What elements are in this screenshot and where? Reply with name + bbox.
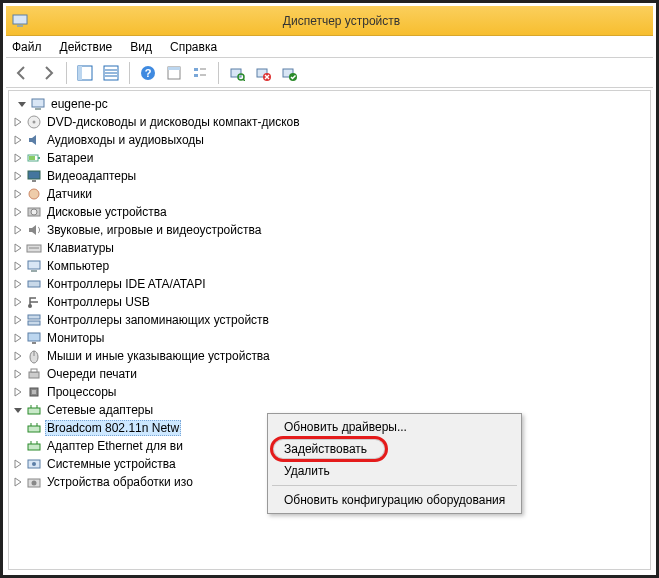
storage-icon	[26, 312, 42, 328]
expander-icon[interactable]	[11, 223, 25, 237]
expander-icon[interactable]	[11, 151, 25, 165]
svg-rect-25	[32, 99, 44, 107]
titlebar: Диспетчер устройств	[6, 6, 653, 36]
usb-icon	[26, 294, 42, 310]
expander-icon[interactable]	[11, 205, 25, 219]
menu-file[interactable]: Файл	[12, 40, 42, 54]
expander-icon[interactable]	[11, 367, 25, 381]
svg-rect-0	[13, 15, 27, 24]
tree-item-label: Звуковые, игровые и видеоустройства	[45, 222, 263, 238]
tree-item[interactable]: Клавиатуры	[11, 239, 650, 257]
svg-rect-43	[28, 315, 40, 319]
svg-point-63	[32, 462, 36, 466]
expander-icon[interactable]	[11, 115, 25, 129]
tree-item-label: Дисковые устройства	[45, 204, 169, 220]
menu-view[interactable]: Вид	[130, 40, 152, 54]
toolbar-separator	[66, 62, 67, 84]
battery-icon	[26, 150, 42, 166]
expander-icon[interactable]	[11, 421, 25, 435]
expander-icon[interactable]	[15, 97, 29, 111]
ide-icon	[26, 276, 42, 292]
app-icon	[12, 13, 28, 29]
svg-rect-41	[28, 281, 40, 287]
expander-icon[interactable]	[11, 457, 25, 471]
tree-root-label: eugene-pc	[49, 96, 110, 112]
enable-button[interactable]	[277, 61, 301, 85]
sound-icon	[26, 222, 42, 238]
context-refresh-config[interactable]: Обновить конфигурацию оборудования	[270, 489, 519, 511]
tree-item[interactable]: Очереди печати	[11, 365, 650, 383]
expander-icon[interactable]	[11, 331, 25, 345]
tree-item[interactable]: Контроллеры USB	[11, 293, 650, 311]
menu-action[interactable]: Действие	[60, 40, 113, 54]
svg-rect-49	[29, 372, 39, 378]
tree-item-label: Батареи	[45, 150, 95, 166]
svg-rect-40	[31, 270, 37, 272]
svg-text:?: ?	[145, 67, 152, 79]
expander-icon[interactable]	[11, 133, 25, 147]
tree-item[interactable]: Мониторы	[11, 329, 650, 347]
tree-item[interactable]: Контроллеры IDE ATA/ATAPI	[11, 275, 650, 293]
context-menu: Обновить драйверы... Задействовать Удали…	[267, 413, 522, 514]
expander-icon[interactable]	[11, 187, 25, 201]
device-tree[interactable]: eugene-pc DVD-дисководы и дисководы комп…	[8, 90, 651, 570]
expander-icon[interactable]	[11, 295, 25, 309]
scan-hardware-button[interactable]	[225, 61, 249, 85]
svg-rect-33	[32, 180, 36, 182]
tree-item-label: Клавиатуры	[45, 240, 116, 256]
expander-icon[interactable]	[11, 259, 25, 273]
window-title: Диспетчер устройств	[36, 14, 647, 28]
tree-item[interactable]: Видеоадаптеры	[11, 167, 650, 185]
expander-icon[interactable]	[11, 241, 25, 255]
menu-help[interactable]: Справка	[170, 40, 217, 54]
tree-item[interactable]: DVD-дисководы и дисководы компакт-дисков	[11, 113, 650, 131]
context-enable[interactable]: Задействовать	[270, 438, 519, 460]
expander-icon[interactable]	[11, 439, 25, 453]
expander-icon[interactable]	[11, 349, 25, 363]
context-update-drivers[interactable]: Обновить драйверы...	[270, 416, 519, 438]
tree-item[interactable]: Процессоры	[11, 383, 650, 401]
svg-rect-13	[194, 74, 198, 77]
disable-button[interactable]	[251, 61, 275, 85]
tree-item[interactable]: Датчики	[11, 185, 650, 203]
tree-item[interactable]: Компьютер	[11, 257, 650, 275]
expander-icon[interactable]	[11, 313, 25, 327]
svg-rect-46	[32, 342, 36, 344]
tree-item[interactable]: Аудиовходы и аудиовыходы	[11, 131, 650, 149]
tree-item[interactable]: Дисковые устройства	[11, 203, 650, 221]
tree-item-label: Системные устройства	[45, 456, 178, 472]
expander-icon[interactable]	[11, 169, 25, 183]
help-button[interactable]: ?	[136, 61, 160, 85]
toolbar-separator	[218, 62, 219, 84]
toolbar-separator	[129, 62, 130, 84]
svg-point-34	[29, 189, 39, 199]
tree-item[interactable]: Звуковые, игровые и видеоустройства	[11, 221, 650, 239]
view-button[interactable]	[188, 61, 212, 85]
context-delete[interactable]: Удалить	[270, 460, 519, 482]
forward-button[interactable]	[36, 61, 60, 85]
svg-line-18	[243, 79, 245, 81]
printer-icon	[26, 366, 42, 382]
tree-item[interactable]: Батареи	[11, 149, 650, 167]
svg-rect-26	[35, 108, 41, 110]
cpu-icon	[26, 384, 42, 400]
expander-icon[interactable]	[11, 475, 25, 489]
back-button[interactable]	[10, 61, 34, 85]
net-icon	[26, 420, 42, 436]
svg-rect-39	[28, 261, 40, 269]
toolbar: ?	[6, 58, 653, 88]
show-hide-tree-button[interactable]	[73, 61, 97, 85]
properties-button[interactable]	[162, 61, 186, 85]
tree-item-label: Контроллеры USB	[45, 294, 152, 310]
expander-icon[interactable]	[11, 277, 25, 291]
tree-item[interactable]: Мыши и иные указывающие устройства	[11, 347, 650, 365]
svg-rect-50	[31, 369, 37, 372]
svg-rect-30	[38, 157, 40, 159]
detail-pane-button[interactable]	[99, 61, 123, 85]
expander-icon[interactable]	[11, 385, 25, 399]
tree-item[interactable]: Контроллеры запоминающих устройств	[11, 311, 650, 329]
tree-item-label: Broadcom 802.11n Netw	[45, 420, 181, 436]
expander-icon[interactable]	[11, 403, 25, 417]
svg-rect-31	[29, 156, 35, 160]
tree-root[interactable]: eugene-pc	[11, 95, 650, 113]
